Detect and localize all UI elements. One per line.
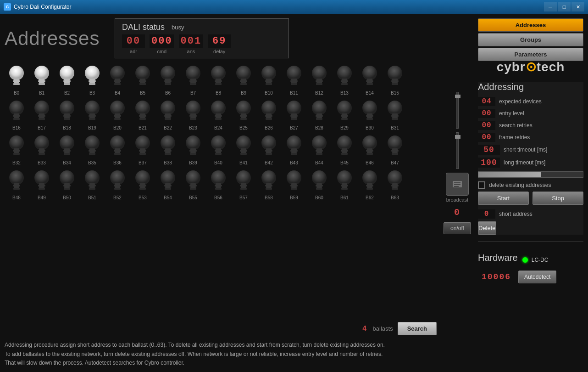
bulb-item-b2[interactable]: B2 (55, 63, 79, 96)
bulb-label-b25: B25 (239, 125, 248, 130)
bulb-item-b36[interactable]: B36 (105, 133, 129, 165)
svg-point-300 (312, 170, 327, 185)
close-button[interactable]: ✕ (571, 2, 584, 11)
bulb-item-b19[interactable]: B19 (80, 98, 104, 130)
svg-rect-226 (342, 148, 347, 150)
bulb-item-b30[interactable]: B30 (358, 98, 382, 130)
bulb-item-b41[interactable]: B41 (232, 133, 255, 165)
bulb-item-b31[interactable]: B31 (383, 98, 407, 130)
bulb-item-b0[interactable]: B0 (5, 63, 28, 96)
bulb-item-b43[interactable]: B43 (282, 133, 306, 165)
bulb-item-b20[interactable]: B20 (105, 98, 129, 130)
bulb-item-b34[interactable]: B34 (55, 133, 79, 165)
search-button[interactable]: Search (398, 322, 437, 335)
bulb-item-b14[interactable]: B14 (358, 63, 382, 96)
bulb-item-b11[interactable]: B11 (282, 63, 306, 96)
dali-cmd-label: cmd (157, 49, 166, 54)
bulb-item-b63[interactable]: B63 (383, 168, 407, 200)
bulb-item-b3[interactable]: B3 (80, 63, 104, 96)
svg-rect-276 (190, 183, 196, 185)
bulb-item-b54[interactable]: B54 (156, 168, 180, 200)
bulb-item-b59[interactable]: B59 (282, 168, 306, 200)
bulb-item-b13[interactable]: B13 (333, 63, 356, 96)
minimize-button[interactable]: ─ (544, 2, 557, 11)
svg-rect-227 (341, 150, 348, 152)
svg-point-125 (236, 101, 251, 115)
bulb-item-b37[interactable]: B37 (131, 133, 155, 165)
bulb-item-b24[interactable]: B24 (206, 98, 230, 130)
svg-rect-156 (392, 113, 398, 115)
svg-point-270 (161, 170, 175, 185)
bulb-item-b27[interactable]: B27 (282, 98, 306, 130)
svg-point-25 (135, 66, 150, 80)
bulb-item-b57[interactable]: B57 (232, 168, 255, 200)
bulb-item-b45[interactable]: B45 (333, 133, 356, 165)
bulb-item-b6[interactable]: B6 (156, 63, 180, 96)
delete-existing-checkbox[interactable] (478, 181, 485, 189)
bulb-icon-b18 (56, 98, 78, 124)
bulb-item-b1[interactable]: B1 (30, 63, 54, 96)
bulb-icon-b27 (283, 98, 305, 124)
svg-rect-199 (190, 153, 196, 155)
bulb-item-b48[interactable]: B48 (5, 168, 28, 200)
bulb-item-b62[interactable]: B62 (358, 168, 382, 200)
bulb-label-b24: B24 (214, 125, 222, 130)
bulb-item-b32[interactable]: B32 (5, 133, 28, 165)
bulb-item-b5[interactable]: B5 (131, 63, 155, 96)
bulb-item-b28[interactable]: B28 (307, 98, 331, 130)
bulb-item-b47[interactable]: B47 (383, 133, 407, 165)
bulb-item-b21[interactable]: B21 (131, 98, 155, 130)
bulb-item-b17[interactable]: B17 (30, 98, 54, 130)
start-button[interactable]: Start (478, 192, 529, 205)
bulb-item-b44[interactable]: B44 (307, 133, 331, 165)
onoff-button[interactable]: on/off (444, 222, 471, 234)
bulb-item-b40[interactable]: B40 (206, 133, 230, 165)
logo-cybro: cybr (497, 60, 526, 74)
bulb-item-b16[interactable]: B16 (5, 98, 28, 130)
dali-delay-label: delay (213, 49, 225, 54)
bulb-item-b4[interactable]: B4 (105, 63, 129, 96)
svg-rect-127 (240, 115, 247, 117)
bulb-item-b25[interactable]: B25 (232, 98, 255, 130)
bulb-item-b23[interactable]: B23 (181, 98, 205, 130)
bulb-item-b52[interactable]: B52 (105, 168, 129, 200)
svg-rect-28 (140, 82, 145, 83)
dali-adr-display: 00 (122, 34, 145, 48)
bulb-item-b42[interactable]: B42 (257, 133, 281, 165)
svg-rect-291 (266, 183, 272, 185)
bulb-item-b51[interactable]: B51 (80, 168, 104, 200)
bulb-item-b50[interactable]: B50 (55, 168, 79, 200)
bulb-item-b8[interactable]: B8 (206, 63, 230, 96)
nav-addresses-button[interactable]: Addresses (478, 18, 583, 32)
bulb-item-b46[interactable]: B46 (358, 133, 382, 165)
bulb-item-b29[interactable]: B29 (333, 98, 356, 130)
bulb-item-b12[interactable]: B12 (307, 63, 331, 96)
bulb-item-b53[interactable]: B53 (131, 168, 155, 200)
bulb-item-b9[interactable]: B9 (232, 63, 255, 96)
bulb-item-b38[interactable]: B38 (156, 133, 180, 165)
bulb-item-b60[interactable]: B60 (307, 168, 331, 200)
bulb-item-b58[interactable]: B58 (257, 168, 281, 200)
nav-groups-button[interactable]: Groups (478, 33, 583, 46)
broadcast-icon[interactable] (446, 173, 469, 196)
bulb-item-b61[interactable]: B61 (333, 168, 356, 200)
bulb-item-b15[interactable]: B15 (383, 63, 407, 96)
svg-point-315 (388, 170, 402, 185)
stop-button[interactable]: Stop (533, 192, 583, 205)
delete-button[interactable]: Delete (478, 221, 496, 235)
bulb-item-b35[interactable]: B35 (80, 133, 104, 165)
bulb-item-b49[interactable]: B49 (30, 168, 54, 200)
bulb-item-b55[interactable]: B55 (181, 168, 205, 200)
bulb-item-b22[interactable]: B22 (156, 98, 180, 130)
bulb-item-b10[interactable]: B10 (257, 63, 281, 96)
maximize-button[interactable]: □ (558, 2, 571, 11)
broadcast-slider-2[interactable] (456, 132, 459, 169)
bulb-item-b26[interactable]: B26 (257, 98, 281, 130)
bulb-item-b7[interactable]: B7 (181, 63, 205, 96)
bulb-item-b39[interactable]: B39 (181, 133, 205, 165)
bulb-item-b56[interactable]: B56 (206, 168, 230, 200)
bulb-item-b33[interactable]: B33 (30, 133, 54, 165)
broadcast-slider[interactable] (456, 92, 459, 129)
autodetect-button[interactable]: Autodetect (518, 271, 556, 283)
bulb-item-b18[interactable]: B18 (55, 98, 79, 130)
